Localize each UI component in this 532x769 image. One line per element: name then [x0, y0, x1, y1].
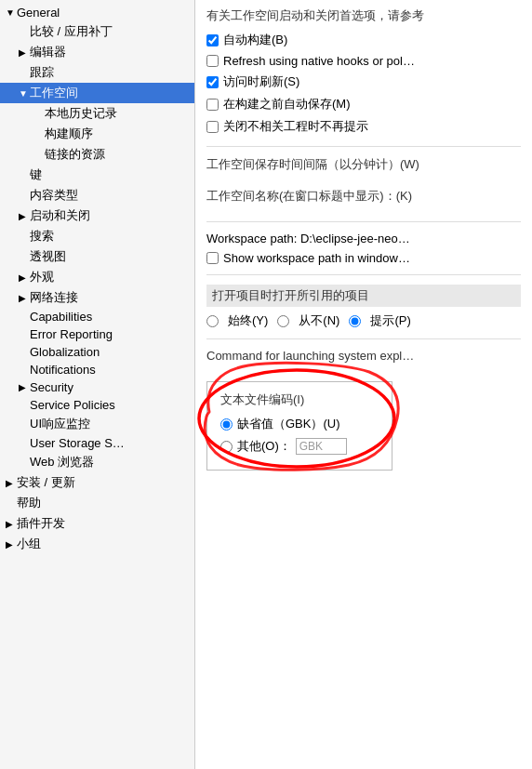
- arrow-icon-startup-shutdown: [19, 211, 30, 221]
- other-encoding-radio[interactable]: [220, 441, 233, 453]
- access-refresh-checkbox[interactable]: [206, 76, 219, 88]
- sidebar-item-general[interactable]: General: [0, 4, 194, 21]
- refresh-native-label[interactable]: Refresh using native hooks or pol…: [223, 54, 415, 68]
- sidebar-item-trace[interactable]: 跟踪: [0, 62, 194, 83]
- arrow-icon-network: [19, 293, 30, 303]
- sidebar-label-user-storage: User Storage S…: [30, 436, 125, 450]
- sidebar-item-small[interactable]: 小组: [0, 534, 194, 554]
- arrow-icon-appearance: [19, 272, 30, 283]
- intro-text: 有关工作空间启动和关闭首选项，请参考: [206, 7, 521, 24]
- sidebar-label-small: 小组: [17, 536, 41, 552]
- sidebar-item-keys[interactable]: 键: [0, 165, 194, 185]
- sidebar-item-editor[interactable]: 编辑器: [0, 42, 194, 62]
- sidebar-item-service-policies[interactable]: Service Policies: [0, 396, 194, 414]
- sidebar-item-ui-monitor[interactable]: UI响应监控: [0, 414, 194, 434]
- sidebar-item-web-browser[interactable]: Web 浏览器: [0, 452, 194, 472]
- prompt-label[interactable]: 提示(P): [370, 312, 410, 329]
- workspace-path: Workspace path: D:\eclipse-jee-neo…: [206, 232, 521, 245]
- sidebar-label-web-browser: Web 浏览器: [30, 454, 94, 471]
- command-label: Command for launching system expl…: [206, 349, 521, 363]
- sidebar-item-notifications[interactable]: Notifications: [0, 361, 194, 378]
- sidebar-label-service-policies: Service Policies: [30, 398, 115, 412]
- close-unrelated-checkbox[interactable]: [206, 121, 219, 133]
- sidebar-label-general: General: [17, 6, 60, 20]
- auto-build-label[interactable]: 自动构建(B): [223, 32, 287, 48]
- encoding-container: 文本文件编码(I) 缺省值（GBK）(U) 其他(O)：: [206, 370, 392, 471]
- sidebar-item-plugin-dev[interactable]: 插件开发: [0, 513, 194, 534]
- sidebar-label-compare: 比较 / 应用补丁: [30, 23, 113, 40]
- sidebar-label-linked-resources: 链接的资源: [45, 146, 105, 163]
- checkbox-row-auto-build: 自动构建(B): [206, 32, 521, 48]
- arrow-icon-general: [6, 7, 17, 18]
- auto-build-checkbox[interactable]: [206, 34, 219, 46]
- divider-1: [206, 146, 521, 147]
- arrow-icon-editor: [19, 47, 30, 58]
- sidebar-label-network: 网络连接: [30, 289, 78, 306]
- main-content: 有关工作空间启动和关闭首选项，请参考 自动构建(B)Refresh using …: [195, 0, 532, 769]
- sidebar-label-content-types: 内容类型: [30, 187, 78, 204]
- sidebar-label-keys: 键: [30, 166, 42, 183]
- refresh-native-checkbox[interactable]: [206, 55, 219, 67]
- default-encoding-row: 缺省值（GBK）(U): [220, 416, 379, 432]
- other-encoding-input[interactable]: [296, 438, 347, 455]
- always-label[interactable]: 始终(Y): [228, 312, 268, 329]
- prompt-radio[interactable]: [349, 315, 361, 327]
- show-path-row: Show workspace path in window…: [206, 251, 521, 265]
- checkbox-row-close-unrelated: 关闭不相关工程时不再提示: [206, 118, 521, 135]
- sidebar-label-search: 搜索: [30, 228, 54, 245]
- sidebar-label-ui-monitor: UI响应监控: [30, 416, 90, 432]
- sidebar-label-help: 帮助: [17, 495, 41, 511]
- arrow-icon-security: [19, 382, 30, 392]
- sidebar-label-perspectives: 透视图: [30, 248, 66, 265]
- access-refresh-label[interactable]: 访问时刷新(S): [223, 73, 299, 90]
- open-projects-section-title: 打开项目时打开所引用的项目: [206, 285, 521, 307]
- sidebar-item-user-storage[interactable]: User Storage S…: [0, 434, 194, 452]
- sidebar-item-capabilities[interactable]: Capabilities: [0, 308, 194, 325]
- auto-save-label[interactable]: 在构建之前自动保存(M): [223, 96, 351, 113]
- sidebar-item-local-history[interactable]: 本地历史记录: [0, 103, 194, 124]
- encoding-section: 文本文件编码(I) 缺省值（GBK）(U) 其他(O)：: [206, 381, 392, 471]
- sidebar-item-error-reporting[interactable]: Error Reporting: [0, 325, 194, 343]
- sidebar-item-startup-shutdown[interactable]: 启动和关闭: [0, 206, 194, 226]
- checkboxes-section: 自动构建(B)Refresh using native hooks or pol…: [206, 32, 521, 135]
- sidebar-item-globalization[interactable]: Globalization: [0, 343, 194, 361]
- sidebar-item-workspace[interactable]: 工作空间: [0, 83, 194, 103]
- sidebar-item-compare[interactable]: 比较 / 应用补丁: [0, 21, 194, 42]
- show-path-checkbox[interactable]: [206, 252, 219, 264]
- sidebar-item-linked-resources[interactable]: 链接的资源: [0, 144, 194, 165]
- save-interval-label: 工作空间保存时间间隔（以分钟计）(W): [206, 156, 419, 173]
- arrow-icon-plugin-dev: [6, 519, 17, 529]
- workspace-name-row: 工作空间名称(在窗口标题中显示)：(K): [206, 188, 521, 212]
- always-radio[interactable]: [206, 315, 219, 327]
- never-radio[interactable]: [277, 315, 289, 327]
- divider-2: [206, 221, 521, 222]
- sidebar-item-network[interactable]: 网络连接: [0, 287, 194, 308]
- auto-save-checkbox[interactable]: [206, 99, 219, 111]
- sidebar-item-build-order[interactable]: 构建顺序: [0, 124, 194, 144]
- checkbox-row-refresh-native: Refresh using native hooks or pol…: [206, 54, 521, 68]
- sidebar-item-search[interactable]: 搜索: [0, 226, 194, 246]
- sidebar-label-trace: 跟踪: [30, 64, 54, 81]
- sidebar-label-notifications: Notifications: [30, 363, 96, 377]
- sidebar-label-security: Security: [30, 380, 73, 394]
- default-encoding-radio[interactable]: [220, 418, 233, 431]
- close-unrelated-label[interactable]: 关闭不相关工程时不再提示: [223, 118, 368, 135]
- never-label[interactable]: 从不(N): [299, 312, 339, 329]
- sidebar-item-content-types[interactable]: 内容类型: [0, 185, 194, 206]
- default-encoding-label[interactable]: 缺省值（GBK）(U): [237, 416, 340, 432]
- encoding-title: 文本文件编码(I): [220, 391, 379, 408]
- sidebar-item-perspectives[interactable]: 透视图: [0, 246, 194, 267]
- sidebar-item-help[interactable]: 帮助: [0, 493, 194, 513]
- sidebar-item-install-update[interactable]: 安装 / 更新: [0, 472, 194, 493]
- sidebar-label-globalization: Globalization: [30, 345, 100, 359]
- arrow-icon-install-update: [6, 478, 17, 488]
- other-encoding-row: 其他(O)：: [220, 438, 379, 455]
- sidebar-item-appearance[interactable]: 外观: [0, 267, 194, 287]
- sidebar-label-editor: 编辑器: [30, 44, 66, 60]
- other-encoding-label[interactable]: 其他(O)：: [237, 438, 291, 455]
- sidebar-label-capabilities: Capabilities: [30, 310, 92, 324]
- sidebar-label-startup-shutdown: 启动和关闭: [30, 207, 90, 224]
- show-path-label[interactable]: Show workspace path in window…: [223, 251, 410, 265]
- sidebar-label-local-history: 本地历史记录: [45, 105, 117, 122]
- sidebar-item-security[interactable]: Security: [0, 378, 194, 396]
